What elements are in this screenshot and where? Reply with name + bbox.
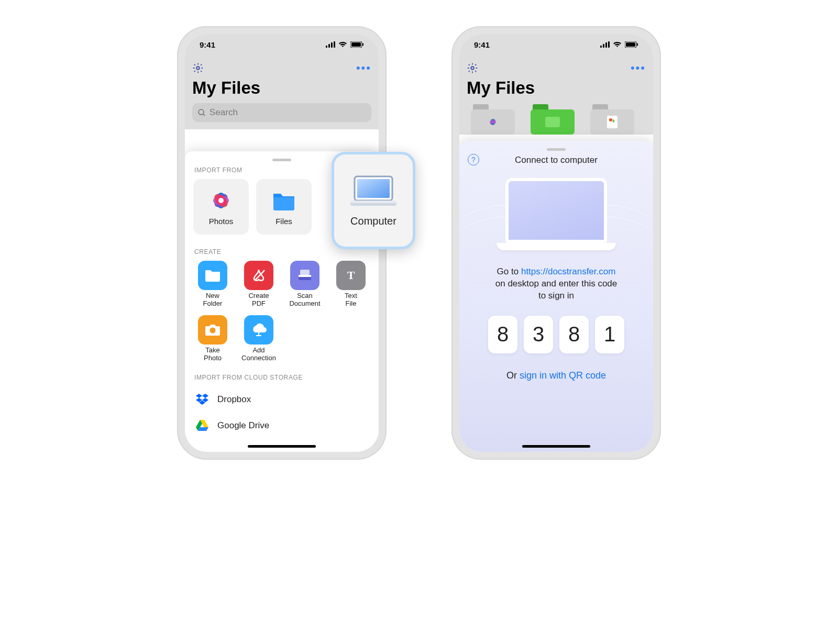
instruction-prefix: Go to — [497, 267, 521, 276]
status-right — [600, 40, 638, 49]
svg-rect-34 — [603, 44, 604, 48]
import-tile-photos[interactable]: Photos — [193, 179, 249, 235]
create-new-folder[interactable]: New Folder — [193, 261, 232, 308]
photos-icon — [486, 115, 500, 129]
gdrive-icon — [195, 419, 209, 432]
phone-left: 9:41 ••• My Files — [177, 26, 387, 460]
alt-signin: Or sign in with QR code — [468, 370, 645, 381]
import-tile-computer-label: Computer — [350, 215, 396, 227]
instruction-line3: to sign in — [538, 291, 574, 301]
create-pdf-label: Create PDF — [248, 292, 269, 308]
alt-prefix: Or — [506, 370, 520, 381]
home-indicator[interactable] — [522, 445, 590, 448]
folder-thumbnails — [459, 100, 653, 135]
svg-rect-19 — [273, 197, 294, 210]
import-tile-photos-label: Photos — [209, 217, 234, 226]
doc-icon — [607, 116, 618, 128]
svg-point-50 — [609, 118, 612, 121]
wifi-icon — [338, 40, 347, 49]
cloud-icon — [244, 315, 273, 345]
screen-right: 9:41 ••• My Files — [459, 34, 653, 452]
page-title: My Files — [192, 78, 371, 98]
svg-point-8 — [199, 109, 204, 115]
folder-thumb[interactable] — [590, 104, 634, 135]
import-tile-files[interactable]: Files — [256, 179, 312, 235]
svg-rect-3 — [334, 41, 335, 48]
more-button[interactable]: ••• — [631, 62, 646, 74]
connect-title: Connect to computer — [515, 155, 598, 165]
svg-rect-36 — [608, 41, 610, 48]
create-take-photo[interactable]: Take Photo — [193, 315, 232, 362]
import-tile-files-label: Files — [275, 217, 292, 226]
status-right — [326, 40, 364, 49]
svg-rect-38 — [626, 42, 635, 47]
help-button[interactable]: ? — [468, 154, 479, 165]
laptop-icon — [348, 174, 399, 208]
laptop-illustration — [497, 178, 616, 257]
create-pdf[interactable]: Create PDF — [239, 261, 278, 308]
settings-button[interactable] — [467, 62, 478, 74]
svg-rect-26 — [258, 331, 259, 336]
code-digit: 8 — [559, 316, 589, 353]
svg-rect-30 — [357, 179, 390, 198]
new-folder-icon — [198, 261, 227, 290]
status-bar: 9:41 — [459, 34, 653, 55]
qr-signin-link[interactable]: sign in with QR code — [520, 370, 606, 381]
text-file-icon: T — [336, 261, 366, 290]
svg-point-25 — [210, 327, 216, 333]
svg-point-40 — [471, 66, 474, 70]
cellular-icon — [326, 40, 335, 49]
folder-thumb[interactable] — [531, 104, 575, 135]
svg-rect-27 — [256, 335, 261, 336]
search-icon — [197, 108, 206, 117]
dropbox-icon — [195, 393, 209, 406]
battery-icon — [625, 40, 638, 49]
cloud-item-dropbox[interactable]: Dropbox — [193, 386, 370, 413]
folder-thumb[interactable] — [471, 104, 515, 135]
sheet-grabber[interactable] — [547, 148, 566, 151]
settings-button[interactable] — [192, 62, 204, 74]
svg-point-47 — [490, 120, 496, 124]
search-placeholder: Search — [210, 107, 238, 118]
svg-rect-21 — [300, 270, 310, 275]
cloud-item-gdrive[interactable]: Google Drive — [193, 413, 370, 439]
svg-rect-20 — [205, 273, 220, 282]
svg-rect-5 — [351, 42, 361, 47]
wifi-icon — [613, 40, 622, 49]
create-text-label: Text File — [345, 292, 357, 308]
app-header: ••• My Files Search — [185, 55, 379, 129]
folder-open-icon — [545, 117, 560, 127]
create-scan[interactable]: Scan Document — [285, 261, 324, 308]
svg-rect-33 — [600, 46, 602, 48]
search-input[interactable]: Search — [192, 103, 371, 122]
svg-rect-48 — [545, 117, 560, 127]
connect-url-link[interactable]: https://docstransfer.com — [521, 267, 615, 276]
phone-right: 9:41 ••• My Files — [451, 26, 661, 460]
svg-rect-39 — [637, 43, 638, 46]
svg-rect-35 — [605, 42, 607, 48]
scan-icon — [290, 261, 319, 290]
code-digit: 3 — [524, 316, 553, 353]
status-time: 9:41 — [200, 40, 215, 49]
more-button[interactable]: ••• — [356, 62, 371, 74]
page-title: My Files — [467, 78, 646, 98]
svg-rect-49 — [607, 116, 618, 128]
cellular-icon — [600, 40, 610, 49]
create-add-connection[interactable]: Add Connection — [239, 315, 278, 362]
sheet-grabber[interactable] — [272, 159, 291, 161]
svg-text:T: T — [347, 269, 355, 282]
import-tile-computer[interactable]: Computer — [332, 152, 415, 249]
status-bar: 9:41 — [185, 34, 379, 55]
create-new-folder-label: New Folder — [203, 292, 223, 308]
home-indicator[interactable] — [248, 445, 316, 448]
code-digit: 8 — [488, 316, 517, 353]
create-text[interactable]: T Text File — [332, 261, 370, 308]
photos-icon — [209, 188, 233, 213]
instruction-line2: on desktop and enter this code — [495, 279, 618, 288]
svg-rect-1 — [328, 44, 330, 48]
cloud-item-dropbox-label: Dropbox — [217, 394, 251, 405]
svg-rect-23 — [299, 275, 311, 277]
svg-rect-0 — [326, 46, 327, 48]
svg-point-18 — [218, 198, 224, 203]
code-display: 8 3 8 1 — [468, 316, 645, 353]
